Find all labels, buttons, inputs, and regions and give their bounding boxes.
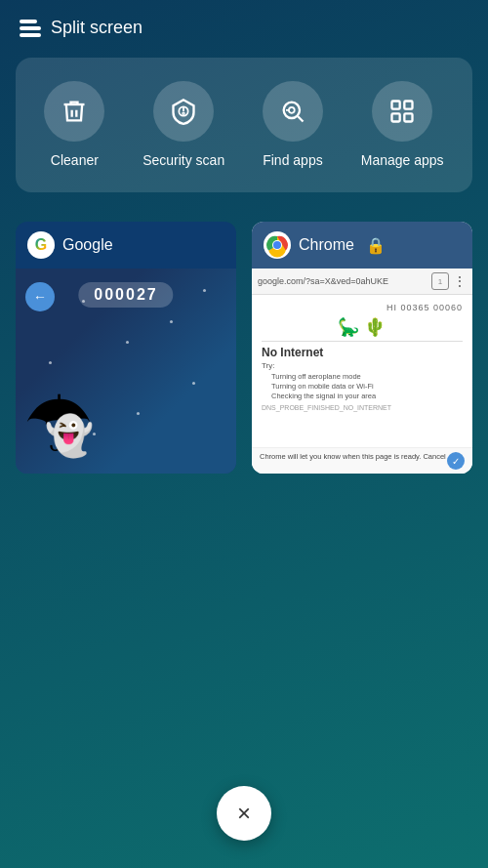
browser-tabs-icon: 1 xyxy=(431,272,449,290)
svg-rect-7 xyxy=(392,102,400,109)
chrome-card-title: Chrome xyxy=(299,236,354,254)
security-scan-label: Security scan xyxy=(142,151,224,169)
browser-menu-icon: ⋮ xyxy=(453,274,467,288)
close-button[interactable]: × xyxy=(217,786,271,841)
google-card-title: Google xyxy=(62,236,113,254)
cleaner-icon-circle xyxy=(44,81,104,142)
dino-art: 🦕 🌵 xyxy=(262,316,463,338)
svg-point-14 xyxy=(273,241,281,249)
split-screen-icon xyxy=(20,20,41,37)
score-badge: 000027 xyxy=(78,282,173,308)
manage-apps-icon-circle xyxy=(372,81,432,142)
manage-apps-label: Manage apps xyxy=(361,151,444,169)
google-card-header: G Google xyxy=(16,222,236,269)
notification-check-icon: ✓ xyxy=(447,452,465,470)
svg-rect-8 xyxy=(404,102,412,109)
header: Split screen xyxy=(0,0,488,48)
close-icon: × xyxy=(237,802,251,825)
divider xyxy=(262,341,463,342)
chrome-app-card[interactable]: Chrome 🔒 google.com/?sa=X&ved=0ahUKE 1 ⋮… xyxy=(252,222,472,474)
header-title: Split screen xyxy=(51,18,142,38)
hi-score-text: HI 00365 00060 xyxy=(262,303,463,312)
quick-actions-panel: Cleaner Security scan Find apps xyxy=(16,58,472,192)
trash-icon xyxy=(61,98,88,125)
svg-rect-10 xyxy=(404,113,412,121)
chrome-logo xyxy=(264,231,291,259)
browser-content: HI 00365 00060 🦕 🌵 No Internet Try: Turn… xyxy=(252,295,472,447)
security-scan-icon-circle xyxy=(153,81,214,142)
svg-point-2 xyxy=(183,113,184,114)
manage-apps-action[interactable]: Manage apps xyxy=(361,81,444,169)
google-logo: G xyxy=(27,231,55,259)
cleaner-label: Cleaner xyxy=(51,151,99,169)
find-apps-action[interactable]: Find apps xyxy=(263,81,323,169)
search-icon xyxy=(279,98,306,125)
try-label: Try: xyxy=(262,361,463,370)
recent-apps: G Google 000027 ☂ 👻 xyxy=(0,222,488,474)
shield-check-icon xyxy=(170,98,197,125)
security-scan-action[interactable]: Security scan xyxy=(142,81,224,169)
tip-1: Turning off aeroplane mode xyxy=(271,372,463,381)
google-screenshot: 000027 ☂ 👻 xyxy=(16,269,236,474)
cleaner-action[interactable]: Cleaner xyxy=(44,81,104,169)
grid-icon xyxy=(388,98,416,125)
find-apps-label: Find apps xyxy=(263,151,322,169)
dns-probe-text: DNS_PROBE_FINISHED_NO_INTERNET xyxy=(262,404,463,411)
ghost-body: 👻 xyxy=(45,413,94,459)
browser-url: google.com/?sa=X&ved=0ahUKE xyxy=(258,276,427,286)
browser-address-bar: google.com/?sa=X&ved=0ahUKE 1 ⋮ xyxy=(252,269,472,295)
chrome-notification: Chrome will let you know when this page … xyxy=(252,447,472,474)
no-internet-heading: No Internet xyxy=(262,346,463,359)
svg-rect-9 xyxy=(392,113,400,121)
google-app-card[interactable]: G Google 000027 ☂ 👻 xyxy=(16,222,236,474)
find-apps-icon-circle xyxy=(263,81,323,142)
chrome-browser-preview: google.com/?sa=X&ved=0ahUKE 1 ⋮ HI 00365… xyxy=(252,269,472,474)
back-arrow[interactable] xyxy=(25,282,55,311)
svg-line-4 xyxy=(298,116,303,121)
svg-point-5 xyxy=(289,107,295,113)
tip-2: Turning on mobile data or Wi-Fi xyxy=(271,382,463,391)
lock-icon: 🔒 xyxy=(366,236,386,255)
notification-text: Chrome will let you know when this page … xyxy=(260,452,447,461)
tip-3: Checking the signal in your area xyxy=(271,392,463,400)
chrome-card-header: Chrome 🔒 xyxy=(252,222,472,269)
